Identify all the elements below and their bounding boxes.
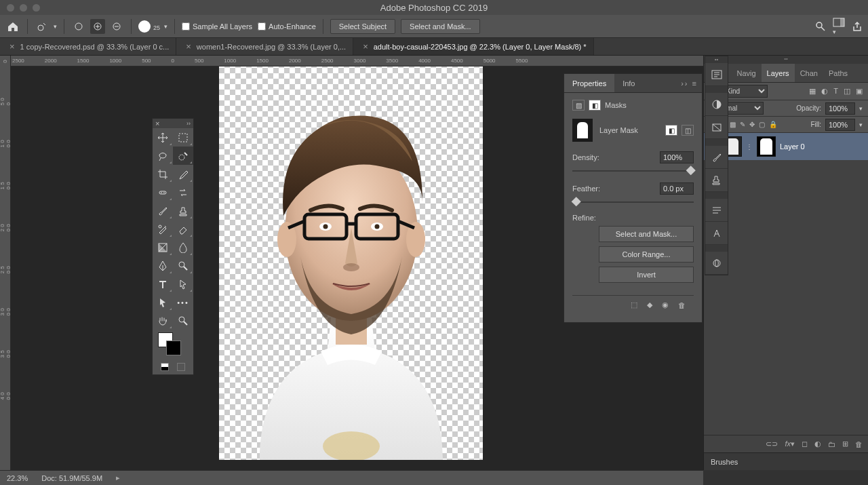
status-menu-icon[interactable]: ▸ — [116, 473, 120, 482]
character-panel-icon[interactable] — [705, 222, 728, 245]
mask-thumbnail[interactable] — [572, 119, 593, 142]
home-icon[interactable] — [5, 20, 20, 33]
doc-size[interactable]: Doc: 51.9M/55.9M — [41, 474, 102, 482]
tool-preset-dropdown[interactable]: ▾ — [54, 23, 57, 30]
density-slider[interactable] — [572, 168, 694, 174]
more-tools-icon[interactable]: ••• — [173, 293, 193, 311]
heal-tool-icon[interactable] — [153, 183, 173, 201]
new-layer-icon[interactable]: ⊞ — [842, 440, 848, 448]
styles-panel-icon[interactable] — [705, 116, 728, 139]
brushes-panel-tab[interactable]: Brushes — [704, 452, 868, 470]
color-range-button[interactable]: Color Range... — [599, 246, 694, 263]
paragraph-panel-icon[interactable] — [705, 199, 728, 222]
apply-mask-icon[interactable]: ◆ — [647, 300, 652, 309]
color-swatches[interactable] — [153, 330, 193, 360]
ruler-horizontal[interactable]: 2500200015001000500050010001500200025003… — [11, 56, 703, 66]
properties-panel[interactable]: Properties Info ›› ≡ ▨ ◧ Masks Layer Mas… — [564, 73, 703, 323]
close-icon[interactable]: × — [363, 41, 368, 52]
workspace-icon[interactable]: ▾ — [833, 18, 845, 35]
density-value[interactable]: 100% — [660, 151, 694, 163]
default-colors-icon[interactable] — [161, 363, 169, 371]
move-tool-icon[interactable] — [153, 128, 173, 147]
lock-paint-icon[interactable]: ✎ — [740, 121, 745, 128]
fx-icon[interactable]: fx▾ — [785, 440, 795, 448]
collapse-handle[interactable]: •• — [704, 56, 868, 64]
ruler-vertical[interactable]: 05 0 01 0 0 01 5 0 02 0 0 02 5 0 03 0 0 … — [0, 56, 11, 470]
select-and-mask-button[interactable]: Select and Mask... — [401, 19, 480, 34]
panel-menu-icon[interactable]: ›› — [186, 120, 193, 127]
eyedropper-tool-icon[interactable] — [173, 165, 193, 183]
quick-select-tool-icon[interactable] — [173, 147, 193, 165]
dock-handle[interactable]: •• — [705, 56, 728, 63]
invert-button[interactable]: Invert — [599, 267, 694, 283]
layer-list[interactable]: ◉ ⋮ Layer 0 — [704, 133, 868, 435]
brush-dropdown-icon[interactable]: ▾ — [164, 23, 167, 30]
quick-mask-icon[interactable] — [177, 363, 185, 371]
fill-value[interactable]: 100% — [825, 119, 855, 131]
direct-select-icon[interactable] — [153, 293, 173, 311]
selection-new-icon[interactable] — [71, 19, 86, 34]
mask-thumb[interactable] — [757, 136, 776, 157]
tools-panel[interactable]: ×›› ••• — [152, 118, 194, 375]
adjustments-panel-icon[interactable] — [705, 93, 728, 116]
stamp-tool-icon[interactable] — [173, 201, 193, 220]
link-icon[interactable]: ⋮ — [746, 143, 753, 151]
zoom-value[interactable]: 22.3% — [7, 474, 28, 482]
pen-tool-icon[interactable] — [153, 256, 173, 275]
tab-properties[interactable]: Properties — [564, 74, 614, 92]
document-image[interactable] — [219, 66, 483, 460]
lasso-tool-icon[interactable] — [153, 147, 173, 165]
trash-icon[interactable]: 🗑 — [855, 440, 863, 448]
eraser-tool-icon[interactable] — [173, 220, 193, 238]
lock-trans-icon[interactable]: ▩ — [730, 121, 736, 128]
clone-panel-icon[interactable] — [705, 169, 728, 192]
tab-layers[interactable]: Layers — [762, 64, 795, 82]
filter-shape-icon[interactable]: ◫ — [844, 87, 850, 96]
filter-pixel-icon[interactable]: ▦ — [809, 87, 816, 96]
lock-artboard-icon[interactable]: ▢ — [759, 121, 765, 128]
filter-smart-icon[interactable]: ▣ — [856, 87, 863, 96]
feather-slider[interactable] — [572, 199, 694, 206]
path-select-icon[interactable] — [173, 275, 193, 293]
search-icon[interactable] — [815, 21, 826, 32]
adjustment-icon[interactable]: ◐ — [814, 440, 821, 448]
close-icon[interactable]: × — [153, 119, 162, 128]
marquee-tool-icon[interactable] — [173, 128, 193, 147]
hand-tool-icon[interactable] — [153, 311, 173, 330]
lock-all-icon[interactable]: 🔒 — [769, 121, 777, 128]
mask-icon[interactable]: ◻ — [802, 440, 808, 448]
type-tool-icon[interactable] — [153, 275, 173, 293]
delete-mask-icon[interactable]: 🗑 — [678, 301, 686, 309]
brush-swap-icon[interactable] — [173, 183, 193, 201]
pixel-mask-icon[interactable]: ▨ — [572, 100, 585, 111]
opacity-value[interactable]: 100% — [825, 102, 855, 115]
sample-all-layers-checkbox[interactable]: Sample All Layers — [182, 22, 252, 31]
history-brush-icon[interactable] — [153, 220, 173, 238]
brush-tool-icon[interactable] — [153, 201, 173, 220]
tab-paths[interactable]: Paths — [823, 64, 853, 82]
doc-tab-1[interactable]: ×1 copy-Recovered.psd @ 33.3% (Layer 0 c… — [0, 38, 176, 55]
feather-value[interactable]: 0.0 px — [660, 182, 694, 195]
zoom-tool-icon[interactable] — [173, 311, 193, 330]
select-subject-button[interactable]: Select Subject — [330, 19, 395, 34]
close-icon[interactable]: × — [9, 41, 15, 52]
tab-channels[interactable]: Chan — [795, 64, 823, 82]
link-layers-icon[interactable]: ⊂⊃ — [766, 440, 778, 448]
doc-tab-3[interactable]: ×adult-boy-casual-220453.jpg @ 22.3% (La… — [353, 38, 593, 55]
selection-subtract-icon[interactable] — [109, 19, 124, 34]
tab-info[interactable]: Info — [614, 74, 643, 92]
brush-preview-icon[interactable] — [138, 20, 151, 33]
blur-tool-icon[interactable] — [173, 238, 193, 256]
close-icon[interactable]: × — [186, 41, 191, 52]
background-color[interactable] — [166, 341, 181, 355]
auto-enhance-checkbox[interactable]: Auto-Enhance — [258, 22, 316, 31]
filter-type-icon[interactable]: T — [833, 87, 838, 96]
select-and-mask-button[interactable]: Select and Mask... — [599, 226, 694, 242]
add-pixel-mask-icon[interactable]: ◧ — [665, 125, 677, 136]
mask-from-selection-icon[interactable]: ⬚ — [631, 300, 637, 309]
layer-name[interactable]: Layer 0 — [780, 142, 805, 151]
brush-panel-icon[interactable] — [705, 146, 728, 169]
disable-mask-icon[interactable]: ◉ — [662, 300, 669, 309]
libraries-icon[interactable] — [705, 252, 728, 275]
tab-navigator[interactable]: Navig — [731, 64, 761, 82]
